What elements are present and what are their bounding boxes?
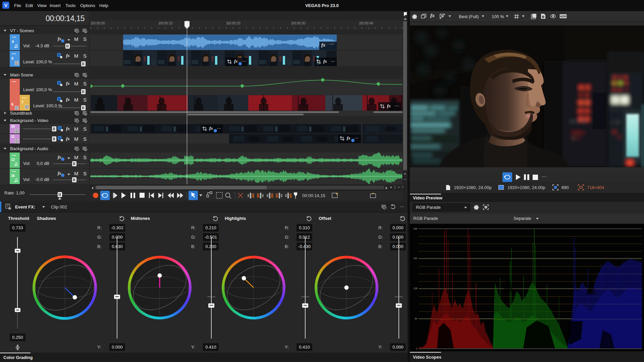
svg-text:128: 128 [413, 287, 417, 290]
svg-text:64: 64 [415, 317, 417, 320]
svg-text:255: 255 [413, 228, 417, 230]
svg-text:192: 192 [413, 257, 417, 259]
svg-text:0: 0 [416, 348, 417, 350]
svg-text:HDR: HDR [560, 15, 567, 18]
svg-text:360: 360 [552, 14, 555, 16]
svg-text:fx: fx [8, 207, 11, 210]
